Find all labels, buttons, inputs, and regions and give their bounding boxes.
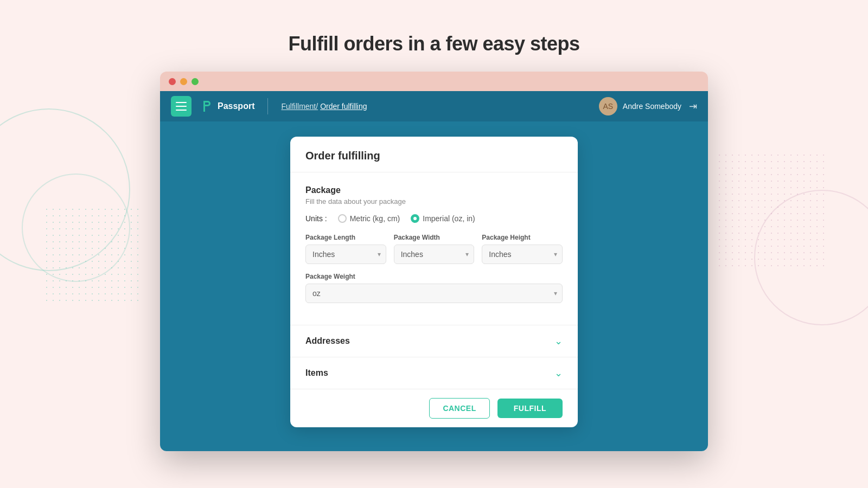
modal-footer: CANCEL FULFILL bbox=[290, 389, 578, 427]
bg-decoration-circle-left bbox=[0, 108, 130, 271]
package-weight-group: Package Weight oz lb kg g bbox=[305, 273, 563, 303]
nav-logo: Passport bbox=[200, 100, 254, 113]
radio-circle-imperial bbox=[411, 214, 419, 223]
hamburger-line bbox=[176, 102, 187, 103]
package-height-group: Package Height Inches Feet cm bbox=[482, 234, 563, 264]
package-section-desc: Fill the data about your package bbox=[305, 197, 563, 206]
package-weight-select-wrapper: oz lb kg g bbox=[305, 284, 563, 303]
package-width-select-wrapper: Inches Feet cm bbox=[394, 245, 475, 264]
breadcrumb: Fulfillment/ Order fulfilling bbox=[281, 102, 367, 111]
modal-title: Order fulfilling bbox=[305, 150, 563, 162]
package-height-label: Package Height bbox=[482, 234, 563, 241]
browser-titlebar bbox=[160, 72, 708, 91]
browser-dot-green[interactable] bbox=[192, 78, 199, 85]
addresses-section[interactable]: Addresses ⌄ bbox=[290, 325, 578, 357]
bg-decoration-circle-left2 bbox=[22, 174, 130, 282]
radio-metric[interactable]: Metric (kg, cm) bbox=[338, 214, 400, 223]
passport-logo-icon bbox=[200, 100, 213, 113]
items-chevron-icon: ⌄ bbox=[554, 367, 563, 379]
package-height-select-wrapper: Inches Feet cm bbox=[482, 245, 563, 264]
radio-imperial[interactable]: Imperial (oz, in) bbox=[411, 214, 475, 223]
package-length-group: Package Length Inches Feet cm bbox=[305, 234, 386, 264]
package-width-select[interactable]: Inches Feet cm bbox=[394, 245, 475, 264]
fulfill-button[interactable]: FULFILL bbox=[497, 399, 563, 418]
app-content: Order fulfilling Package Fill the data a… bbox=[160, 121, 708, 451]
package-width-label: Package Width bbox=[394, 234, 475, 241]
page-title: Fulfill orders in a few easy steps bbox=[0, 0, 868, 72]
modal-card: Order fulfilling Package Fill the data a… bbox=[290, 137, 578, 427]
browser-dot-red[interactable] bbox=[169, 78, 176, 85]
package-weight-select[interactable]: oz lb kg g bbox=[305, 284, 563, 303]
package-section: Package Fill the data about your package… bbox=[305, 185, 563, 303]
breadcrumb-current: Order fulfilling bbox=[320, 102, 367, 111]
dimensions-row: Package Length Inches Feet cm Package Wi… bbox=[305, 234, 563, 264]
radio-metric-label: Metric (kg, cm) bbox=[350, 214, 400, 223]
bg-decoration-dots-left bbox=[43, 206, 141, 304]
browser-dot-yellow[interactable] bbox=[180, 78, 187, 85]
user-name: Andre Somebody bbox=[623, 102, 681, 111]
breadcrumb-parent[interactable]: Fulfillment/ bbox=[281, 102, 318, 111]
cancel-button[interactable]: CANCEL bbox=[429, 398, 489, 419]
package-height-select[interactable]: Inches Feet cm bbox=[482, 245, 563, 264]
avatar: AS bbox=[599, 97, 617, 115]
radio-circle-metric bbox=[338, 214, 347, 223]
hamburger-line bbox=[176, 110, 187, 111]
nav-user: AS Andre Somebody ⇥ bbox=[599, 97, 697, 115]
package-section-title: Package bbox=[305, 185, 563, 195]
addresses-title: Addresses bbox=[305, 336, 350, 346]
app-navbar: Passport Fulfillment/ Order fulfilling A… bbox=[160, 91, 708, 121]
bg-decoration-circle-right bbox=[754, 190, 868, 325]
modal-body: Package Fill the data about your package… bbox=[290, 172, 578, 325]
browser-window: Passport Fulfillment/ Order fulfilling A… bbox=[160, 72, 708, 451]
items-section[interactable]: Items ⌄ bbox=[290, 357, 578, 389]
items-title: Items bbox=[305, 368, 328, 378]
package-length-select[interactable]: Inches Feet cm bbox=[305, 245, 386, 264]
package-length-label: Package Length bbox=[305, 234, 386, 241]
logout-icon[interactable]: ⇥ bbox=[689, 100, 697, 112]
nav-divider bbox=[267, 98, 268, 114]
package-length-select-wrapper: Inches Feet cm bbox=[305, 245, 386, 264]
units-label: Units : bbox=[305, 214, 327, 223]
modal-header: Order fulfilling bbox=[290, 137, 578, 172]
hamburger-line bbox=[176, 106, 187, 107]
units-row: Units : Metric (kg, cm) Imperial (oz, in… bbox=[305, 214, 563, 223]
menu-button[interactable] bbox=[171, 96, 192, 117]
package-width-group: Package Width Inches Feet cm bbox=[394, 234, 475, 264]
bg-decoration-dots-right bbox=[716, 152, 825, 271]
package-weight-label: Package Weight bbox=[305, 273, 563, 280]
addresses-chevron-icon: ⌄ bbox=[554, 335, 563, 347]
radio-imperial-label: Imperial (oz, in) bbox=[423, 214, 475, 223]
nav-logo-text: Passport bbox=[218, 101, 254, 111]
